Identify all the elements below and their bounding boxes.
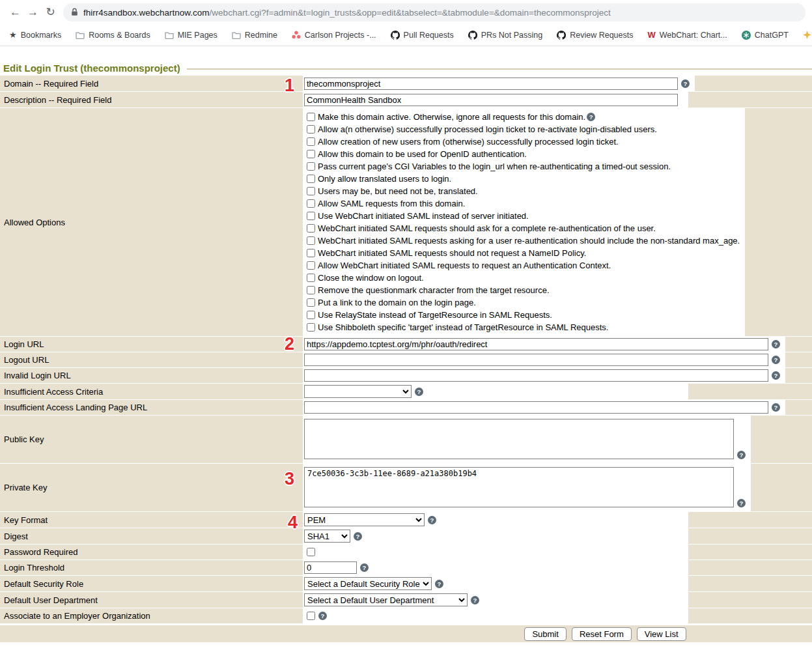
field-label-digest: Digest — [0, 528, 303, 544]
allowed-option-checkbox[interactable] — [307, 286, 315, 294]
row-filler — [688, 512, 812, 528]
help-icon[interactable] — [737, 451, 746, 459]
field-label-logout-url: Logout URL — [0, 352, 303, 367]
field-label-public-key: Public Key — [0, 416, 303, 463]
help-icon[interactable] — [772, 371, 780, 380]
default-security-role-select[interactable]: Select a Default Security Role — [304, 577, 432, 590]
default-user-department-select[interactable]: Select a Default User Department — [304, 593, 468, 606]
help-icon[interactable] — [737, 499, 746, 507]
allowed-option-checkbox[interactable] — [307, 113, 315, 121]
allowed-option-checkbox[interactable] — [307, 261, 315, 270]
login-threshold-input[interactable] — [304, 561, 357, 574]
help-icon[interactable] — [587, 113, 595, 121]
help-icon[interactable] — [318, 612, 327, 620]
allowed-option-checkbox[interactable] — [307, 224, 315, 233]
allowed-option-item: Make this domain active. Otherwise, igno… — [307, 111, 740, 123]
bookmark-item-bookmarks[interactable]: ★ Bookmarks — [9, 31, 61, 40]
digest-select[interactable]: SHA1 — [304, 530, 350, 543]
allowed-option-checkbox[interactable] — [307, 137, 315, 146]
logout-url-input[interactable] — [304, 354, 768, 366]
bookmark-item-pull-requests[interactable]: Pull Requests — [391, 31, 454, 40]
help-icon[interactable] — [471, 596, 479, 604]
domain-input[interactable] — [304, 78, 678, 90]
row-filler — [688, 92, 812, 107]
allowed-option-checkbox[interactable] — [307, 212, 315, 220]
allowed-option-item: Allow WebChart initiated SAML requests t… — [307, 259, 740, 272]
password-required-checkbox[interactable] — [307, 548, 315, 556]
help-icon[interactable] — [428, 516, 436, 524]
form-row-key-format: Key Format PEM — [0, 512, 812, 528]
field-label-key-format: Key Format — [0, 512, 303, 528]
allowed-option-label: Use Shibboleth specific 'target' instead… — [318, 322, 608, 332]
reload-button[interactable]: ↻ — [42, 5, 59, 19]
allowed-option-checkbox[interactable] — [307, 187, 315, 195]
help-icon[interactable] — [415, 388, 423, 396]
allowed-option-checkbox[interactable] — [307, 236, 315, 245]
back-button[interactable]: ← — [7, 6, 24, 19]
url-bar[interactable]: fhirr4sandbox.webchartnow.com/webchart.c… — [63, 3, 805, 21]
invalid-login-url-input[interactable] — [304, 369, 768, 382]
reset-form-button[interactable]: Reset Form — [572, 627, 632, 641]
associate-employer-checkbox[interactable] — [307, 612, 315, 620]
bookmark-item-rooms-boards[interactable]: Rooms & Boards — [76, 31, 150, 40]
help-icon[interactable] — [435, 580, 443, 588]
bookmark-item-webchart[interactable]: W WebChart: Chart... — [647, 31, 727, 40]
allowed-option-checkbox[interactable] — [307, 162, 315, 171]
bookmark-label: Rooms & Boards — [89, 31, 150, 40]
form-row-digest: Digest SHA1 — [0, 528, 812, 544]
allowed-option-item: Use Shibboleth specific 'target' instead… — [307, 321, 740, 333]
allowed-option-label: WebChart initiated SAML requests asking … — [318, 236, 740, 246]
page-header: Edit Login Trust (thecommonsproject) — [0, 63, 812, 74]
key-format-select[interactable]: PEM — [304, 513, 425, 526]
allowed-option-checkbox[interactable] — [307, 298, 315, 307]
allowed-option-item: Only allow translated users to login. — [307, 173, 740, 185]
help-icon[interactable] — [772, 403, 780, 412]
allowed-option-item: WebChart initiated SAML requests asking … — [307, 234, 740, 247]
page-title: Edit Login Trust (thecommonsproject) — [3, 63, 180, 74]
form-row-login-url: Login URL — [0, 337, 812, 352]
allowed-option-checkbox[interactable] — [307, 323, 315, 332]
login-url-input[interactable] — [304, 338, 768, 350]
webchart-icon: W — [647, 31, 655, 39]
help-icon[interactable] — [681, 79, 690, 88]
allowed-option-item: Allow SAML requests from this domain. — [307, 197, 740, 210]
description-input[interactable] — [304, 94, 678, 106]
bookmark-item-carlson-projects[interactable]: Carlson Projects -... — [292, 31, 376, 40]
allowed-option-checkbox[interactable] — [307, 150, 315, 158]
bookmark-item-acc[interactable]: Acc — [803, 31, 812, 40]
allowed-option-label: Pass current page's CGI Variables to the… — [318, 162, 671, 171]
bookmark-item-review-requests[interactable]: Review Requests — [557, 31, 633, 40]
bookmark-item-prs-not-passing[interactable]: PRs Not Passing — [468, 31, 542, 40]
insufficient-access-criteria-select[interactable] — [304, 385, 412, 398]
submit-button[interactable]: Submit — [524, 627, 566, 641]
row-filler — [751, 464, 812, 511]
browser-chrome: ← → ↻ fhirr4sandbox.webchartnow.com/webc… — [0, 0, 812, 46]
field-label-insufficient-access-landing: Insufficient Access Landing Page URL — [0, 400, 303, 415]
row-filler — [688, 560, 812, 575]
bookmark-item-mie-pages[interactable]: MIE Pages — [165, 31, 217, 40]
bookmark-item-redmine[interactable]: Redmine — [232, 31, 277, 40]
url-path: /webchart.cgi?f=admin&t=login_trusts&opp… — [210, 8, 611, 18]
help-icon[interactable] — [772, 356, 780, 364]
allowed-option-checkbox[interactable] — [307, 274, 315, 282]
lock-icon — [71, 8, 78, 16]
private-key-textarea[interactable]: 7ce50036-3c3b-11ee-8689-a21a380b19b4 — [304, 467, 734, 507]
help-icon[interactable] — [772, 340, 780, 348]
form-row-default-security-role: Default Security Role Select a Default S… — [0, 576, 812, 591]
bookmark-item-chatgpt[interactable]: ChatGPT — [742, 31, 789, 40]
allowed-option-checkbox[interactable] — [307, 311, 315, 319]
allowed-option-checkbox[interactable] — [307, 125, 315, 134]
row-filler — [688, 384, 812, 399]
row-filler — [688, 608, 812, 623]
allowed-option-checkbox[interactable] — [307, 175, 315, 183]
view-list-button[interactable]: View List — [637, 627, 686, 641]
allowed-option-checkbox[interactable] — [307, 249, 315, 257]
public-key-textarea[interactable] — [304, 419, 734, 459]
forward-button[interactable]: → — [24, 6, 42, 19]
allowed-option-item: Users may be, but need not be, translate… — [307, 185, 740, 197]
form-row-password-required: Password Required — [0, 545, 812, 560]
insufficient-access-landing-input[interactable] — [304, 401, 768, 414]
allowed-option-checkbox[interactable] — [307, 199, 315, 208]
help-icon[interactable] — [354, 532, 362, 541]
help-icon[interactable] — [360, 563, 369, 572]
